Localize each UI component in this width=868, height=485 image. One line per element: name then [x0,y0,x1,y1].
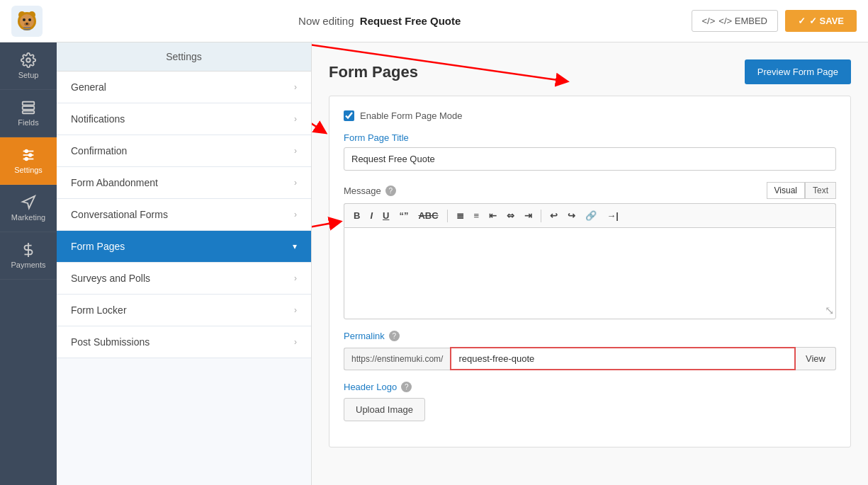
visual-text-toggle: Visual Text [767,182,836,199]
ol-button[interactable]: ≡ [470,208,483,223]
megaphone-icon [21,195,36,210]
permalink-row: https://enstinemuki.com/ View [344,347,836,370]
svg-point-4 [20,14,34,28]
menu-item-general[interactable]: General › [57,72,311,103]
fields-icon [21,100,36,115]
message-editor[interactable]: ⤡ [344,227,836,319]
underline-button[interactable]: U [379,208,393,223]
enable-form-page-checkbox[interactable] [344,110,354,121]
enable-form-page-label: Enable Form Page Mode [360,110,463,121]
general-label: General [71,81,106,93]
message-section: Message ? Visual Text B I U “” ABC [344,182,836,319]
outdent-button[interactable]: →| [603,208,622,223]
preview-form-page-button[interactable]: Preview Form Page [745,59,851,84]
view-button[interactable]: View [796,347,836,370]
save-label: ✓ SAVE [809,16,844,26]
logo-icon [11,6,43,37]
svg-point-6 [28,18,31,21]
form-locker-label: Form Locker [71,304,127,316]
form-page-title-label: Form Page Title [344,132,836,143]
strikethrough-button[interactable]: ABC [415,208,441,223]
permalink-help-icon[interactable]: ? [389,331,400,341]
align-left-button[interactable]: ⇤ [485,208,500,223]
upload-image-button[interactable]: Upload Image [344,398,425,421]
toolbar-separator-2 [541,210,541,222]
align-center-button[interactable]: ⇔ [503,208,518,223]
permalink-base: https://enstinemuki.com/ [344,348,450,370]
conversational-forms-label: Conversational Forms [71,209,168,220]
permalink-input[interactable] [450,347,796,370]
menu-item-form-pages[interactable]: Form Pages ▾ [57,231,311,263]
menu-item-conversational-forms[interactable]: Conversational Forms › [57,199,311,231]
app-body: Setup Fields Settings Marketing Payments [0,42,868,485]
permalink-label-row: Permalink ? [344,331,836,341]
main-content: Form Pages Preview Form Page Enable Form… [312,42,868,485]
embed-label: </> EMBED [718,16,767,26]
settings-header: Settings [57,42,311,72]
form-pages-header: Form Pages Preview Form Page [329,59,851,84]
sidebar-item-payments[interactable]: Payments [0,232,57,280]
save-button[interactable]: ✓ ✓ SAVE [785,10,857,32]
settings-label: Settings [14,166,43,174]
sidebar-item-setup[interactable]: Setup [0,42,57,90]
sidebar-item-settings[interactable]: Settings [0,137,57,185]
fields-label: Fields [18,118,38,127]
align-right-button[interactable]: ⇥ [521,208,536,223]
chevron-right-icon: › [294,305,297,315]
settings-sidebar: Settings General › Notifications › Confi… [57,42,312,485]
chevron-right-icon: › [294,337,297,347]
menu-item-confirmation[interactable]: Confirmation › [57,135,311,167]
chevron-right-icon: › [294,273,297,283]
gear-icon [21,52,36,68]
form-abandonment-label: Form Abandonment [71,177,158,188]
embed-icon: </> [702,16,716,26]
embed-button[interactable]: </> </> EMBED [692,10,778,32]
menu-item-form-locker[interactable]: Form Locker › [57,295,311,326]
svg-rect-9 [23,27,30,28]
form-pages-label: Form Pages [71,241,125,252]
message-help-icon[interactable]: ? [385,186,396,196]
menu-item-form-abandonment[interactable]: Form Abandonment › [57,167,311,199]
svg-point-11 [26,58,30,62]
svg-rect-13 [23,106,35,110]
marketing-label: Marketing [11,213,45,222]
italic-button[interactable]: I [366,208,376,223]
form-pages-title: Form Pages [329,63,418,81]
svg-point-8 [26,23,28,25]
confirmation-label: Confirmation [71,145,127,156]
header-logo-help-icon[interactable]: ? [401,382,412,392]
menu-item-surveys-and-polls[interactable]: Surveys and Polls › [57,263,311,295]
top-bar-actions: </> </> EMBED ✓ ✓ SAVE [692,10,857,32]
svg-point-20 [25,158,28,161]
menu-item-post-submissions[interactable]: Post Submissions › [57,326,311,358]
header-logo-section: Header Logo ? Upload Image [344,382,836,421]
svg-point-5 [23,18,26,21]
resize-handle: ⤡ [825,304,834,317]
form-name: Request Free Quote [360,15,461,27]
top-bar-title: Now editing Request Free Quote [68,15,692,27]
permalink-label: Permalink [344,331,385,341]
message-label: Message [344,186,381,196]
svg-rect-12 [23,102,35,105]
chevron-right-icon: › [294,146,297,156]
ul-button[interactable]: ≣ [453,208,468,223]
link-button[interactable]: 🔗 [582,208,600,223]
dollar-icon [21,242,36,258]
svg-point-18 [25,150,28,153]
form-pages-card: Enable Form Page Mode Form Page Title Me… [329,96,851,447]
visual-tab-button[interactable]: Visual [767,182,805,199]
form-page-title-input[interactable] [344,147,836,171]
payments-label: Payments [11,261,46,269]
redo-button[interactable]: ↪ [564,208,579,223]
bold-button[interactable]: B [350,208,363,223]
chevron-right-icon: › [294,210,297,219]
notifications-label: Notifications [71,113,125,125]
text-tab-button[interactable]: Text [805,182,836,199]
menu-item-notifications[interactable]: Notifications › [57,103,311,135]
sidebar-item-fields[interactable]: Fields [0,90,57,137]
icon-sidebar: Setup Fields Settings Marketing Payments [0,42,57,485]
undo-button[interactable]: ↩ [546,208,561,223]
quote-button[interactable]: “” [395,208,412,223]
sidebar-item-marketing[interactable]: Marketing [0,185,57,232]
post-submissions-label: Post Submissions [71,336,150,348]
